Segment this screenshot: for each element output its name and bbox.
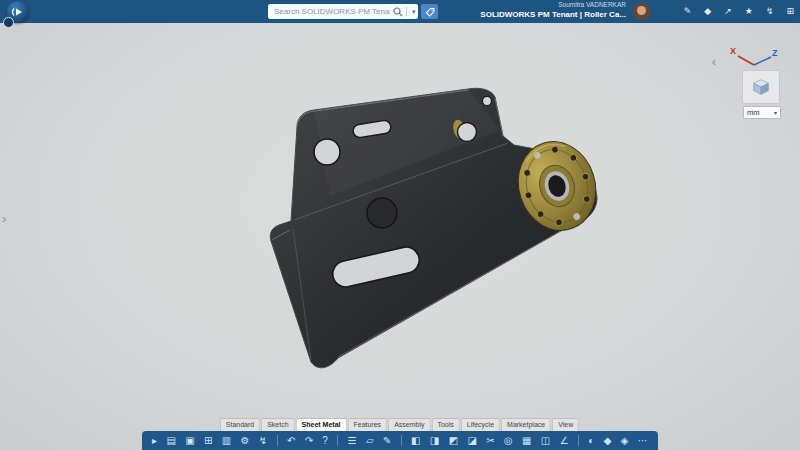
cut-icon[interactable]: ✂: [486, 436, 494, 446]
units-value: mm: [747, 108, 760, 117]
breadcrumb[interactable]: SOLIDWORKS PM Tenant | Roller Ca...: [480, 11, 626, 19]
redo-icon[interactable]: ↷: [305, 436, 313, 446]
toolbar-divider: [401, 435, 402, 446]
undo-icon[interactable]: ↶: [287, 436, 295, 446]
units-caret-icon: ▾: [774, 109, 777, 116]
hem-icon[interactable]: ◪: [467, 436, 476, 446]
tab-view[interactable]: View: [552, 418, 579, 431]
axis-x-label: X: [730, 46, 736, 56]
app-window: 3DEXPERIENCE|SOLIDWORKSxSheetMetal▾ ▾ So…: [0, 0, 800, 450]
measure-icon[interactable]: ∠: [560, 436, 569, 446]
flash-tool-icon[interactable]: ↯: [259, 436, 267, 446]
user-info: Soumitra VADNERKAR SOLIDWORKS PM Tenant …: [480, 2, 626, 19]
mirror-icon[interactable]: ◫: [541, 436, 550, 446]
tab-features[interactable]: Features: [348, 418, 388, 431]
plane-icon[interactable]: ▱: [366, 436, 374, 446]
toolbar-divider: [277, 435, 278, 446]
view-cube-tool-icon[interactable]: ◈: [621, 436, 629, 446]
pattern-icon[interactable]: ▦: [522, 436, 531, 446]
search-divider: [406, 7, 407, 16]
search-input[interactable]: [268, 4, 390, 19]
miter-flange-icon[interactable]: ◩: [449, 436, 458, 446]
base-flange-icon[interactable]: ◧: [411, 436, 420, 446]
sketch-icon[interactable]: ✎: [383, 436, 391, 446]
tag-button[interactable]: [421, 4, 438, 19]
settings-icon[interactable]: ⚙: [241, 436, 250, 446]
units-dropdown[interactable]: mm ▾: [743, 106, 781, 119]
select-icon[interactable]: ▸: [152, 436, 157, 446]
grid-icon[interactable]: ⊞: [204, 436, 212, 446]
tab-tools[interactable]: Tools: [431, 418, 459, 431]
action-toolbar: ▸ ▤ ▣ ⊞ ▥ ⚙ ↯ ↶ ↷ ? ☰ ▱ ✎ ◧ ◨ ◩ ◪ ✂ ◎ ▦ …: [142, 431, 658, 450]
appearance-icon[interactable]: ◆: [604, 436, 612, 446]
compass-icon[interactable]: ◆: [704, 7, 711, 16]
tab-sheet-metal[interactable]: Sheet Metal: [296, 418, 347, 431]
compass-logo-icon: [11, 5, 25, 19]
tree-icon[interactable]: ☰: [348, 436, 357, 446]
axis-triad[interactable]: X Z: [722, 42, 784, 72]
user-name: Soumitra VADNERKAR: [480, 2, 626, 9]
favorites-icon[interactable]: ★: [745, 7, 753, 16]
edge-flange-icon[interactable]: ◨: [430, 436, 439, 446]
toolbar-divider: [337, 435, 338, 446]
help-icon[interactable]: ?: [322, 436, 328, 446]
more-icon[interactable]: ⋯: [638, 436, 648, 446]
cube-collapse-icon[interactable]: ‹: [712, 56, 716, 68]
tab-lifecycle[interactable]: Lifecycle: [461, 418, 500, 431]
hole-icon[interactable]: ◎: [504, 436, 513, 446]
tab-assembly[interactable]: Assembly: [388, 418, 430, 431]
section-icon[interactable]: ◐: [588, 436, 594, 446]
clipboard-icon[interactable]: ▤: [166, 436, 175, 446]
tag-icon: [425, 7, 435, 17]
print-icon[interactable]: ▥: [222, 436, 231, 446]
toolbar-divider: [578, 435, 579, 446]
tab-standard[interactable]: Standard: [220, 418, 260, 431]
search-dropdown-icon[interactable]: ▾: [412, 8, 416, 16]
header-actions: ✎ ◆ ↗ ★ ↯ ⊞: [684, 0, 794, 23]
viewport-canvas[interactable]: [0, 0, 800, 450]
view-cube-widget[interactable]: [742, 70, 780, 104]
edit-icon[interactable]: ✎: [684, 7, 692, 16]
search-bar[interactable]: ▾: [268, 4, 418, 19]
axis-z-label: Z: [772, 48, 778, 58]
tab-sketch[interactable]: Sketch: [261, 418, 294, 431]
avatar[interactable]: [633, 3, 650, 20]
share-icon[interactable]: ↗: [724, 7, 732, 16]
panel-expand-icon[interactable]: ›: [2, 212, 6, 225]
flash-icon[interactable]: ↯: [766, 7, 774, 16]
play-badge[interactable]: [3, 17, 14, 28]
avatar-face: [637, 6, 646, 15]
view-cube-icon: [750, 76, 772, 98]
tabs-bar: Standard Sketch Sheet Metal Features Ass…: [220, 418, 580, 431]
tab-marketplace[interactable]: Marketplace: [501, 418, 551, 431]
search-icon[interactable]: [393, 7, 403, 17]
apps-grid-icon[interactable]: ⊞: [786, 7, 794, 16]
save-icon[interactable]: ▣: [185, 436, 194, 446]
